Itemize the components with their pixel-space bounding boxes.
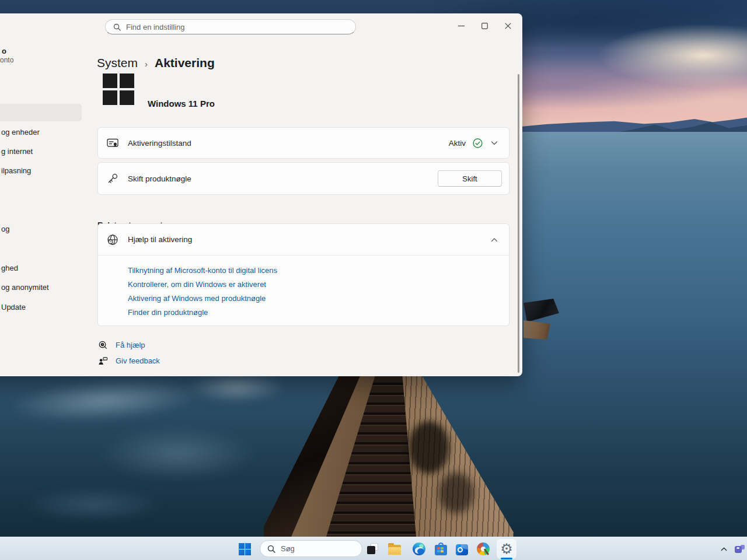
file-explorer-button[interactable] (387, 537, 402, 560)
sidebar-item-bluetooth-devices[interactable]: og enheder (1, 128, 40, 136)
scrollbar[interactable] (518, 74, 519, 373)
teams-icon (735, 545, 745, 554)
product-key-card: Skift produktnøgle Skift (97, 162, 509, 195)
windows-logo-icon (103, 74, 134, 105)
sidebar-item-time-language[interactable]: og (1, 225, 9, 233)
start-icon (239, 543, 251, 555)
chevron-down-icon[interactable] (490, 139, 498, 147)
feedback-icon (98, 356, 108, 366)
tray-expand-chevron[interactable] (718, 537, 729, 560)
taskbar-search-label: Søg (281, 544, 295, 553)
breadcrumb: System › Aktivering (97, 56, 215, 70)
give-feedback-link[interactable]: Giv feedback (98, 356, 160, 366)
edge-icon (413, 542, 425, 555)
outlook-icon (456, 544, 468, 555)
activation-help-label: Hjælp til aktivering (128, 235, 490, 244)
activation-state-label: Aktiveringstilstand (128, 139, 449, 148)
change-product-key-button[interactable]: Skift (438, 170, 502, 187)
sidebar-item-windows-update[interactable]: Update (1, 303, 26, 312)
water-reflection (99, 426, 257, 481)
water-reflection (23, 487, 163, 522)
outlook-button[interactable] (455, 537, 469, 560)
activation-help-expander[interactable]: ? Hjælp til aktivering (98, 224, 509, 255)
taskbar-search-input[interactable]: Søg (260, 540, 362, 557)
task-view-button[interactable] (366, 537, 380, 560)
settings-window: o onto og enheder g internet ilpasning o… (0, 13, 522, 376)
maximize-button[interactable] (473, 15, 496, 37)
certificate-icon (107, 137, 118, 149)
link-check-windows-activated[interactable]: Kontrollerer, om din Windows er aktivere… (128, 278, 509, 292)
link-ms-account-digital-license[interactable]: Tilknytning af Microsoft-konto til digit… (128, 264, 509, 278)
settings-button-active[interactable]: ⚙ (497, 539, 516, 559)
search-icon (113, 23, 121, 31)
activation-help-card: ? Hjælp til aktivering Tilknytning af Mi… (97, 223, 509, 326)
sidebar-item-system-selected[interactable] (0, 104, 82, 121)
breadcrumb-chevron: › (145, 58, 148, 69)
sidebar-item-accessibility[interactable]: ghed (1, 264, 18, 272)
product-key-label: Skift produktnøgle (128, 174, 438, 183)
task-view-icon (367, 543, 379, 555)
minimize-button[interactable] (449, 15, 473, 37)
settings-sidebar: o onto og enheder g internet ilpasning o… (0, 13, 82, 376)
taskbar: Søg ⚙ (0, 537, 747, 560)
paint-icon (477, 542, 490, 555)
teams-tray-button[interactable] (732, 537, 746, 560)
chevron-up-icon[interactable] (490, 236, 498, 244)
file-explorer-icon (388, 545, 401, 555)
start-button[interactable] (236, 537, 253, 560)
sidebar-item-privacy[interactable]: og anonymitet (1, 283, 49, 292)
edge-button[interactable] (412, 537, 426, 560)
activation-state-card[interactable]: Aktiveringstilstand Aktiv (97, 127, 509, 159)
user-name: o (2, 47, 6, 55)
paint-button[interactable] (476, 537, 490, 560)
account-type: onto (0, 56, 13, 64)
search-icon (267, 545, 275, 553)
get-help-icon: ? (98, 340, 108, 350)
microsoft-store-icon (435, 545, 447, 555)
sidebar-item-personalization[interactable]: ilpasning (1, 166, 31, 175)
edition-title: Windows 11 Pro (148, 99, 215, 108)
key-icon (107, 173, 118, 184)
activation-status: Aktiv (449, 139, 466, 148)
chevron-up-icon (720, 545, 728, 553)
link-find-product-key[interactable]: Finder din produktnøgle (128, 306, 509, 320)
get-help-link[interactable]: ? Få hjælp (98, 340, 145, 350)
desktop: o onto og enheder g internet ilpasning o… (0, 0, 747, 560)
close-button[interactable] (496, 15, 519, 37)
page-title: Aktivering (155, 56, 215, 70)
settings-gear-icon: ⚙ (500, 542, 513, 556)
sidebar-item-network-internet[interactable]: g internet (1, 147, 33, 156)
breadcrumb-system[interactable]: System (97, 56, 138, 70)
svg-text:?: ? (110, 240, 111, 243)
microsoft-store-button[interactable] (434, 537, 448, 560)
link-activate-with-product-key[interactable]: Aktivering af Windows med produktnøgle (128, 292, 509, 306)
search-placeholder: Find en indstilling (126, 23, 184, 32)
wallpaper-pier (264, 376, 514, 537)
globe-help-icon: ? (107, 234, 118, 246)
settings-search-input[interactable]: Find en indstilling (105, 19, 356, 34)
settings-active-indicator (501, 558, 512, 559)
status-active-check-icon (473, 138, 483, 148)
